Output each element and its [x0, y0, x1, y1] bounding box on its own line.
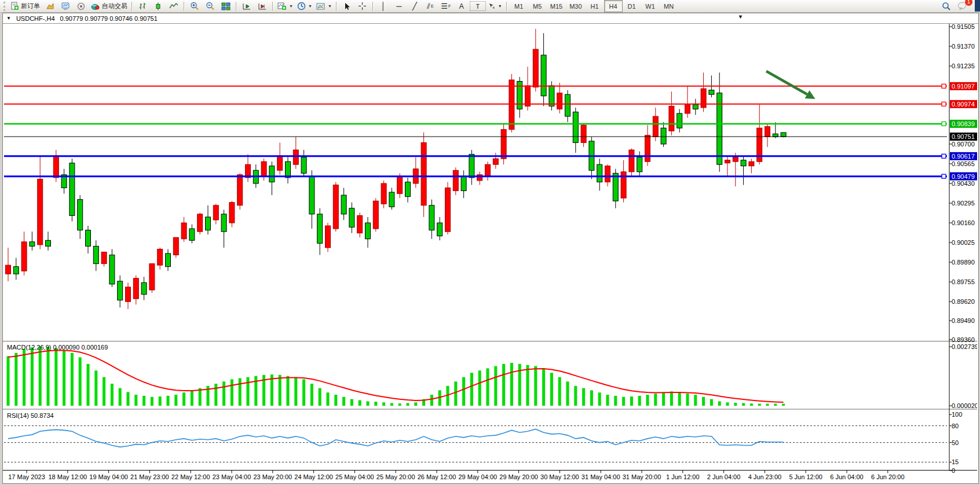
crosshair-tool-button[interactable] — [355, 1, 370, 12]
fibonacci-tool-button[interactable]: ☰F — [438, 1, 454, 12]
bar-chart-mode-button[interactable] — [135, 1, 150, 12]
macd-histogram-bar — [87, 364, 90, 406]
time-tick-label[interactable]: 17 May 2023 — [8, 473, 45, 480]
macd-histogram-bar — [694, 395, 697, 406]
timeframe-w1-button[interactable]: W1 — [641, 0, 660, 12]
chart-shift-marker[interactable]: ▼ — [738, 14, 743, 20]
text-label-tool-button[interactable]: T — [470, 1, 486, 11]
channel-tool-button[interactable]: ⫽E — [423, 1, 438, 12]
trendline-tool-button[interactable]: ╱ — [407, 1, 422, 12]
auto-scroll-button[interactable] — [239, 1, 254, 12]
line-anchor-handle[interactable] — [942, 84, 946, 88]
macd-histogram-bar — [630, 396, 633, 406]
macd-axis-bottom-label: 0.0000202 — [952, 402, 977, 409]
rsi-axis-label: 80 — [952, 422, 959, 429]
macd-histogram-bar — [327, 392, 330, 406]
time-tick-label[interactable]: 29 May 20:00 — [499, 473, 538, 480]
candle-up — [38, 179, 43, 244]
line-anchor-handle[interactable] — [942, 154, 946, 158]
macd-histogram-bar — [750, 403, 753, 406]
timeframe-d1-button[interactable]: D1 — [623, 0, 641, 12]
time-tick-label[interactable]: 22 May 12:00 — [171, 473, 210, 480]
time-tick-label[interactable]: 31 May 04:00 — [582, 473, 620, 480]
chart-canvas[interactable]: 0.910970.909740.908390.907510.906170.904… — [3, 24, 977, 483]
toolbar-separator — [272, 2, 273, 11]
time-tick-label[interactable]: 25 May 20:00 — [376, 473, 415, 480]
cursor-tool-button[interactable] — [339, 1, 354, 12]
macd-histogram-bar — [103, 377, 105, 406]
chevron-down-icon: ▼ — [308, 4, 312, 8]
macd-histogram-bar — [319, 388, 321, 406]
line-anchor-handle[interactable] — [942, 174, 946, 178]
time-tick-label[interactable]: 19 May 04:00 — [89, 473, 128, 480]
candle-down — [661, 128, 666, 144]
timeframe-m5-button[interactable]: M5 — [528, 0, 547, 12]
macd-histogram-bar — [231, 379, 233, 406]
price-tick-label: 0.91370 — [952, 43, 975, 50]
timeframe-h4-button[interactable]: H4 — [604, 0, 623, 12]
time-tick-label[interactable]: 21 May 23:00 — [130, 473, 169, 480]
time-tick-label[interactable]: 6 Jun 04:00 — [830, 473, 864, 480]
periods-button[interactable]: ▼ — [295, 1, 314, 12]
terminal-button[interactable] — [58, 1, 73, 12]
macd-histogram-bar — [414, 402, 417, 406]
candle-up — [629, 150, 634, 172]
toolbar-grip[interactable] — [3, 2, 7, 11]
arrows-tool-button[interactable]: ▼ — [487, 1, 504, 12]
templates-button[interactable]: ▼ — [315, 1, 334, 12]
one-click-trading-toggle[interactable]: ▼ — [6, 16, 11, 21]
new-order-button[interactable]: 新订单 — [9, 1, 42, 12]
horizontal-line-tool-button[interactable]: ─ — [392, 1, 407, 12]
timeframe-h1-button[interactable]: H1 — [586, 0, 604, 12]
macd-histogram-bar — [199, 388, 202, 406]
time-tick-label[interactable]: 1 Jun 12:00 — [666, 473, 700, 480]
time-tick-label[interactable]: 24 May 12:00 — [294, 473, 333, 480]
time-tick-label[interactable]: 6 Jun 20:00 — [871, 473, 905, 480]
strategy-tester-button[interactable] — [74, 1, 89, 12]
macd-histogram-bar — [287, 376, 290, 406]
time-tick-label[interactable]: 5 Jun 12:00 — [789, 473, 822, 480]
timeframe-m15-button[interactable]: M15 — [547, 0, 566, 12]
time-tick-label[interactable]: 18 May 12:00 — [48, 473, 87, 480]
tile-windows-button[interactable] — [218, 1, 233, 12]
line-anchor-handle[interactable] — [942, 102, 946, 106]
time-tick-label[interactable]: 23 May 04:00 — [213, 473, 251, 480]
timeframe-m30-button[interactable]: M30 — [566, 0, 585, 12]
line-chart-mode-button[interactable] — [166, 1, 181, 12]
time-tick-label[interactable]: 23 May 20:00 — [253, 473, 292, 480]
macd-histogram-bar — [374, 402, 377, 406]
macd-histogram-bar — [71, 353, 74, 406]
timeframe-mn-button[interactable]: MN — [660, 0, 678, 12]
notifications-button[interactable]: 1 — [955, 1, 970, 12]
text-tool-button[interactable]: A — [454, 1, 469, 12]
fibonacci-label: F — [448, 4, 451, 8]
macd-histogram-bar — [622, 397, 625, 406]
autotrading-label: 自动交易 — [102, 2, 127, 10]
chart-window-button[interactable] — [42, 1, 57, 12]
zoom-in-button[interactable] — [187, 1, 202, 12]
price-badge-value: 0.90617 — [952, 153, 975, 160]
zoom-out-button[interactable] — [203, 1, 218, 12]
vertical-line-tool-button[interactable]: │ — [376, 1, 391, 12]
time-tick-label[interactable]: 31 May 20:00 — [623, 473, 661, 480]
time-tick-label[interactable]: 2 Jun 04:00 — [707, 473, 741, 480]
new-order-icon — [10, 2, 19, 10]
time-tick-label[interactable]: 26 May 12:00 — [418, 473, 456, 480]
autotrading-button[interactable]: 自动交易 — [89, 1, 129, 12]
time-tick-label[interactable]: 29 May 04:00 — [458, 473, 497, 480]
line-anchor-handle[interactable] — [942, 122, 946, 126]
add-indicator-button[interactable]: ▼ — [276, 1, 295, 12]
time-tick-label[interactable]: 25 May 04:00 — [335, 473, 374, 480]
macd-histogram-bar — [638, 396, 641, 406]
price-badge-value: 0.91097 — [952, 83, 975, 90]
time-tick-label[interactable]: 4 Jun 23:00 — [748, 473, 782, 480]
time-tick-label[interactable]: 30 May 12:00 — [540, 473, 579, 480]
timeframe-m1-button[interactable]: M1 — [510, 0, 528, 12]
chart-shift-button[interactable] — [255, 1, 270, 12]
candlestick-mode-button[interactable] — [151, 1, 166, 12]
arrow-shaft[interactable] — [766, 71, 807, 94]
candle-down — [86, 230, 91, 247]
candle-down — [741, 160, 746, 166]
search-button[interactable] — [939, 1, 954, 12]
annotation-arrow[interactable] — [766, 71, 815, 99]
